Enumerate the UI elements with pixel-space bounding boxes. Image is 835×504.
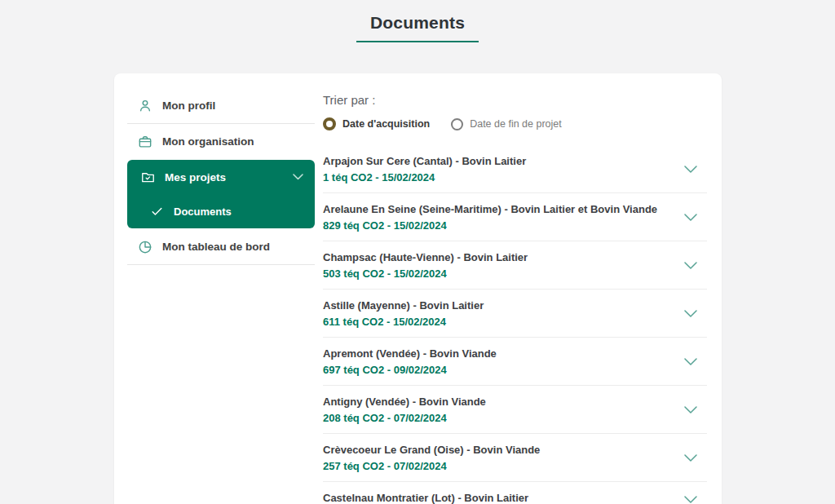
project-list: Arpajon Sur Cere (Cantal) - Bovin Laitie…	[323, 145, 707, 504]
pie-chart-icon	[137, 239, 153, 255]
sidebar-item-documents[interactable]: Documents	[127, 194, 315, 228]
sidebar-item-label: Mon tableau de bord	[162, 241, 270, 253]
chevron-down-icon[interactable]	[684, 214, 697, 221]
project-subtitle: 208 téq CO2 - 07/02/2024	[323, 411, 486, 425]
chevron-down-icon[interactable]	[684, 496, 697, 503]
project-text: Champsac (Haute-Vienne) - Bovin Laitier …	[323, 250, 528, 281]
check-icon	[150, 205, 164, 219]
sidebar-item-mon-profil[interactable]: Mon profil	[127, 88, 315, 123]
sidebar-item-label: Documents	[174, 206, 232, 218]
sidebar: Mon profil Mon organisation	[127, 88, 315, 504]
content-card: Mon profil Mon organisation	[114, 73, 722, 504]
sidebar-item-label: Mon profil	[162, 99, 215, 112]
page-header: Documents	[0, 0, 835, 42]
chevron-down-icon[interactable]	[684, 406, 697, 413]
project-row[interactable]: Arelaune En Seine (Seine-Maritime) - Bov…	[323, 193, 707, 241]
project-text: Apremont (Vendée) - Bovin Viande 697 téq…	[323, 347, 497, 377]
briefcase-icon	[137, 134, 153, 150]
project-title: Arpajon Sur Cere (Cantal) - Bovin Laitie…	[323, 154, 526, 168]
sort-by-label: Trier par :	[323, 93, 707, 107]
chevron-down-icon[interactable]	[684, 454, 697, 462]
radio-date-fin-projet[interactable]: Date de fin de projet	[451, 118, 562, 130]
project-subtitle: 257 téq CO2 - 07/02/2024	[323, 459, 540, 473]
project-row[interactable]: Castelnau Montratier (Lot) - Bovin Laiti…	[323, 482, 707, 504]
project-row[interactable]: Crèvecoeur Le Grand (Oise) - Bovin Viand…	[323, 434, 707, 482]
sidebar-item-mes-projets[interactable]: Mes projets	[127, 160, 315, 194]
project-row[interactable]: Antigny (Vendée) - Bovin Viande 208 téq …	[323, 386, 707, 434]
person-icon	[137, 98, 153, 114]
page-title: Documents	[370, 13, 465, 33]
radio-selected-icon[interactable]	[323, 117, 336, 130]
title-underline	[356, 41, 479, 42]
project-title: Crèvecoeur Le Grand (Oise) - Bovin Viand…	[323, 443, 540, 457]
project-subtitle: 611 téq CO2 - 15/02/2024	[323, 315, 484, 329]
chevron-down-icon[interactable]	[684, 262, 697, 269]
folder-check-icon	[140, 170, 156, 185]
project-subtitle: 1 téq CO2 - 15/02/2024	[323, 170, 526, 184]
radio-date-acquisition[interactable]: Date d'acquisition	[323, 117, 430, 130]
chevron-down-icon[interactable]	[293, 174, 303, 180]
sidebar-item-mon-organisation[interactable]: Mon organisation	[127, 124, 315, 159]
sort-options: Date d'acquisition Date de fin de projet	[323, 117, 707, 130]
radio-label: Date de fin de projet	[470, 118, 562, 130]
main-content: Trier par : Date d'acquisition Date de f…	[323, 88, 707, 504]
project-title: Champsac (Haute-Vienne) - Bovin Laitier	[323, 250, 528, 264]
project-subtitle: 503 téq CO2 - 15/02/2024	[323, 267, 528, 281]
chevron-down-icon[interactable]	[684, 166, 697, 173]
project-subtitle: 697 téq CO2 - 09/02/2024	[323, 363, 497, 377]
project-row[interactable]: Arpajon Sur Cere (Cantal) - Bovin Laitie…	[323, 145, 707, 193]
project-title: Astille (Mayenne) - Bovin Laitier	[323, 298, 484, 312]
project-text: Arelaune En Seine (Seine-Maritime) - Bov…	[323, 202, 657, 232]
project-row[interactable]: Apremont (Vendée) - Bovin Viande 697 téq…	[323, 338, 707, 386]
project-text: Castelnau Montratier (Lot) - Bovin Laiti…	[323, 491, 528, 504]
chevron-down-icon[interactable]	[684, 310, 697, 317]
project-text: Astille (Mayenne) - Bovin Laitier 611 té…	[323, 298, 484, 329]
radio-label: Date d'acquisition	[342, 118, 430, 130]
project-row[interactable]: Astille (Mayenne) - Bovin Laitier 611 té…	[323, 290, 707, 338]
project-title: Arelaune En Seine (Seine-Maritime) - Bov…	[323, 202, 657, 216]
project-row[interactable]: Champsac (Haute-Vienne) - Bovin Laitier …	[323, 241, 707, 290]
sidebar-item-label: Mes projets	[165, 171, 226, 183]
chevron-down-icon[interactable]	[684, 358, 697, 365]
project-text: Arpajon Sur Cere (Cantal) - Bovin Laitie…	[323, 154, 526, 184]
sidebar-group-mes-projets: Mes projets Documents	[127, 160, 315, 228]
project-subtitle: 829 téq CO2 - 15/02/2024	[323, 219, 657, 232]
sidebar-item-mon-tableau-de-bord[interactable]: Mon tableau de bord	[127, 229, 315, 264]
radio-unselected-icon[interactable]	[451, 118, 463, 130]
project-title: Castelnau Montratier (Lot) - Bovin Laiti…	[323, 491, 528, 504]
project-text: Antigny (Vendée) - Bovin Viande 208 téq …	[323, 395, 486, 425]
sidebar-divider	[127, 264, 315, 265]
project-text: Crèvecoeur Le Grand (Oise) - Bovin Viand…	[323, 443, 540, 473]
project-title: Antigny (Vendée) - Bovin Viande	[323, 395, 486, 409]
sidebar-item-label: Mon organisation	[162, 135, 254, 148]
project-title: Apremont (Vendée) - Bovin Viande	[323, 347, 497, 360]
